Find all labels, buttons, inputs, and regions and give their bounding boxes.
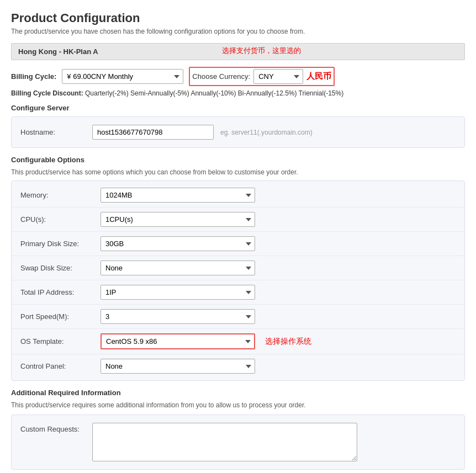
os-template-label: OS Template: [20,337,101,346]
primary-disk-label: Primary Disk Size: [20,240,101,248]
memory-label: Memory: [20,191,101,199]
primary-disk-select[interactable]: 30GB50GB100GB [101,236,255,251]
currency-annotation-bottom: 人民币 [306,71,331,82]
additional-title: Additional Required Information [11,389,465,397]
total-ip-row: Total IP Address: 1IP2IP3IP [12,280,464,305]
custom-requests-textarea[interactable] [92,423,357,461]
billing-cycle-label: Billing Cycle: [11,72,56,81]
custom-requests-label: Custom Requests: [20,423,92,433]
port-speed-select[interactable]: 3510 [101,309,255,324]
billing-cycle-select[interactable]: ¥ 69.00CNY Monthly ¥ 135.62CNY Quarterly… [62,69,183,84]
swap-disk-label: Swap Disk Size: [20,264,101,272]
currency-annotation-top: 选择支付货币，这里选的 [222,46,301,56]
memory-select[interactable]: 1024MB2048MB4096MB [101,188,255,203]
control-panel-label: Control Panel: [20,362,101,370]
hostname-row: Hostname: eg. server11(.yourdomain.com) [20,125,456,140]
cpu-row: CPU(s): 1CPU(s)2CPU(s)4CPU(s) [12,208,464,232]
currency-label: Choose Currency: [192,72,250,81]
hostname-label: Hostname: [20,128,92,136]
os-template-row: OS Template: CentOS 5.9 x86 CentOS 7 x64… [12,329,464,354]
configurable-box: Memory: 1024MB2048MB4096MB CPU(s): 1CPU(… [11,180,465,381]
custom-requests-row: Custom Requests: [20,423,456,461]
os-template-select[interactable]: CentOS 5.9 x86 CentOS 7 x64 Ubuntu 16.04… [101,333,255,349]
hostname-input[interactable] [92,125,214,140]
currency-wrapper-outer: 选择支付货币，这里选的 Choose Currency: CNY USD EUR… [189,67,335,86]
currency-select[interactable]: CNY USD EUR HKD [253,69,303,84]
additional-subtitle: This product/service requires some addit… [11,401,465,409]
server-config-box: Hostname: eg. server11(.yourdomain.com) [11,116,465,148]
page-title: Product Configuration [11,11,465,25]
swap-disk-select[interactable]: None512MB1024MB [101,261,255,275]
hostname-hint: eg. server11(.yourdomain.com) [220,129,313,136]
configurable-section-title: Configurable Options [11,156,465,164]
control-panel-select[interactable]: NonecPanelPlesk [101,359,255,374]
port-speed-row: Port Speed(M): 3510 [12,305,464,329]
total-ip-select[interactable]: 1IP2IP3IP [101,285,255,300]
swap-disk-row: Swap Disk Size: None512MB1024MB [12,256,464,280]
billing-row: Billing Cycle: ¥ 69.00CNY Monthly ¥ 135.… [11,67,465,86]
primary-disk-row: Primary Disk Size: 30GB50GB100GB [12,232,464,256]
cpu-select[interactable]: 1CPU(s)2CPU(s)4CPU(s) [101,212,255,227]
configurable-subtitle: This product/service has some options wh… [11,168,465,176]
memory-row: Memory: 1024MB2048MB4096MB [12,183,464,208]
server-section-title: Configure Server [11,104,465,112]
control-panel-row: Control Panel: NonecPanelPlesk [12,354,464,378]
total-ip-label: Total IP Address: [20,288,101,296]
os-annotation: 选择操作系统 [265,337,311,347]
discount-row: Billing Cycle Discount: Quarterly(-2%) S… [11,89,465,97]
currency-wrapper: Choose Currency: CNY USD EUR HKD 人民币 [189,67,335,86]
port-speed-label: Port Speed(M): [20,312,101,321]
additional-box: Custom Requests: [11,414,465,470]
cpu-label: CPU(s): [20,215,101,224]
page-subtitle: The product/service you have chosen has … [11,28,465,35]
additional-section: Additional Required Information This pro… [11,389,465,470]
